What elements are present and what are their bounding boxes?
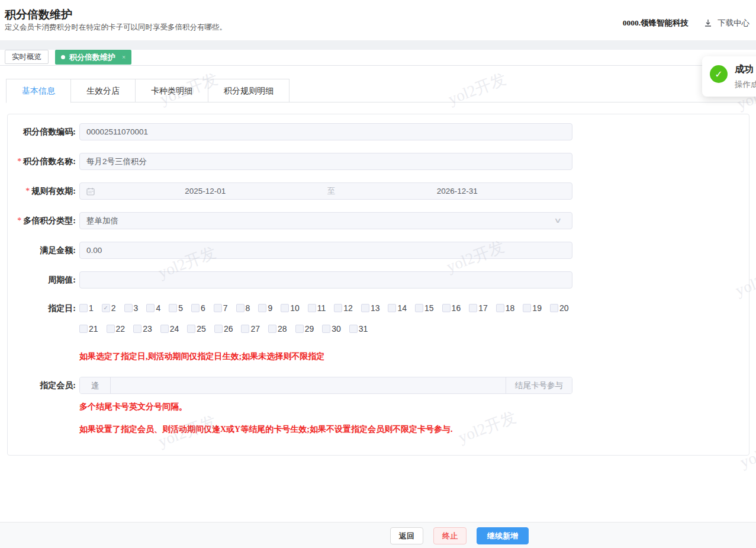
checkbox-icon[interactable] [236, 304, 245, 312]
page-subtitle: 定义会员卡消费积分时在特定的卡子可以同时享受多倍积分有哪些。 [5, 23, 227, 33]
day-checkbox-29[interactable]: 29 [295, 324, 314, 334]
start-date-value[interactable]: 2025-12-01 [97, 183, 314, 199]
member-input-group: 逢 结尾卡号参与 [79, 377, 572, 394]
day-checkbox-8[interactable]: 8 [236, 303, 250, 313]
close-tag-icon[interactable]: × [122, 50, 126, 65]
download-center-label: 下载中心 [718, 18, 749, 28]
day-number-label: 30 [332, 324, 341, 334]
day-checkbox-17[interactable]: 17 [469, 303, 488, 313]
day-checkbox-6[interactable]: 6 [191, 303, 205, 313]
day-checkbox-1[interactable]: 1 [79, 303, 94, 313]
form-tab-3[interactable]: 积分规则明细 [208, 79, 289, 102]
checkbox-icon[interactable] [469, 304, 477, 312]
day-checkbox-5[interactable]: 5 [169, 303, 183, 313]
day-number-label: 23 [143, 324, 152, 334]
form-tab-2[interactable]: 卡种类明细 [136, 79, 208, 102]
cycle-input[interactable] [79, 271, 572, 289]
day-checkbox-25[interactable]: 25 [187, 324, 206, 334]
checkbox-icon[interactable] [442, 304, 451, 312]
form-tab-bar: 基本信息生效分店卡种类明细积分规则明细 [6, 79, 751, 102]
day-checkbox-14[interactable]: 14 [388, 303, 407, 313]
day-checkbox-30[interactable]: 30 [322, 324, 341, 334]
checkbox-icon[interactable] [550, 304, 558, 312]
form-row-amount: 满足金额: 0.00 [8, 242, 749, 259]
checkbox-icon[interactable] [133, 325, 141, 333]
day-checkbox-18[interactable]: 18 [496, 303, 515, 313]
day-checkbox-12[interactable]: 12 [334, 303, 353, 313]
day-number-label: 16 [452, 303, 461, 313]
day-number-label: 24 [170, 324, 179, 334]
date-range-picker[interactable]: 2025-12-01 至 2026-12-31 [79, 182, 572, 200]
checkbox-icon[interactable] [124, 304, 133, 312]
continue-add-button[interactable]: 继续新增 [477, 527, 529, 544]
checkbox-icon[interactable] [281, 304, 289, 312]
day-checkbox-24[interactable]: 24 [160, 324, 179, 334]
day-number-label: 4 [156, 303, 160, 313]
day-checkbox-3[interactable]: 3 [124, 303, 139, 313]
day-number-label: 19 [532, 303, 542, 313]
calendar-icon [86, 187, 95, 196]
day-checkbox-21[interactable]: 21 [79, 324, 98, 334]
date-separator: 至 [314, 183, 349, 199]
checkbox-icon[interactable] [258, 304, 266, 312]
checkbox-icon[interactable] [191, 304, 200, 312]
checkbox-icon[interactable] [107, 325, 115, 333]
day-checkbox-23[interactable]: 23 [133, 324, 152, 334]
day-checkbox-4[interactable]: 4 [146, 303, 160, 313]
checkbox-icon[interactable] [349, 325, 358, 333]
checkbox-icon[interactable] [146, 304, 155, 312]
checkbox-icon[interactable] [308, 304, 316, 312]
type-select[interactable]: 整单加倍 ∨ [79, 212, 572, 229]
checkbox-icon[interactable] [169, 304, 177, 312]
type-label: *多倍积分类型: [8, 212, 76, 229]
day-checkbox-2[interactable]: 2 [102, 303, 116, 313]
form-tab-0[interactable]: 基本信息 [6, 79, 71, 103]
member-input[interactable] [111, 377, 506, 393]
download-center-link[interactable]: 下载中心 [704, 18, 749, 28]
back-button[interactable]: 返回 [390, 527, 423, 544]
day-checkbox-20[interactable]: 20 [550, 303, 569, 313]
day-checkbox-11[interactable]: 11 [308, 303, 326, 313]
day-checkbox-16[interactable]: 16 [442, 303, 461, 313]
day-checkbox-26[interactable]: 26 [214, 324, 233, 334]
day-checkbox-28[interactable]: 28 [268, 324, 287, 334]
checkbox-icon[interactable] [79, 304, 88, 312]
terminate-button[interactable]: 终止 [433, 527, 467, 544]
checkbox-icon[interactable] [295, 325, 304, 333]
checkbox-icon[interactable] [187, 325, 195, 333]
nav-tag-overview[interactable]: 实时概览 [5, 50, 49, 64]
checkbox-icon[interactable] [79, 325, 88, 333]
day-number-label: 22 [116, 324, 126, 334]
day-checkbox-15[interactable]: 15 [415, 303, 434, 313]
checkbox-icon[interactable] [388, 304, 396, 312]
checkbox-icon[interactable] [214, 304, 222, 312]
day-checkbox-9[interactable]: 9 [258, 303, 272, 313]
day-checkbox-22[interactable]: 22 [107, 324, 126, 334]
checkbox-icon[interactable] [361, 304, 369, 312]
form-tab-1[interactable]: 生效分店 [71, 79, 136, 102]
day-number-label: 8 [246, 303, 250, 313]
checkbox-icon[interactable] [334, 304, 342, 312]
checkbox-icon[interactable] [160, 325, 169, 333]
code-input[interactable]: 00002511070001 [79, 123, 572, 140]
checkbox-icon[interactable] [496, 304, 504, 312]
end-date-value[interactable]: 2026-12-31 [349, 183, 566, 199]
checkbox-icon[interactable] [102, 304, 110, 312]
day-checkbox-7[interactable]: 7 [214, 303, 228, 313]
checkbox-icon[interactable] [268, 325, 276, 333]
nav-tag-active[interactable]: 积分倍数维护 × [55, 50, 131, 65]
day-checkbox-13[interactable]: 13 [361, 303, 380, 313]
checkbox-icon[interactable] [322, 325, 330, 333]
day-checkbox-19[interactable]: 19 [523, 303, 542, 313]
amount-input[interactable]: 0.00 [79, 242, 572, 259]
member-suffix-addon: 结尾卡号参与 [506, 377, 572, 393]
name-input[interactable]: 每月2号三倍积分 [79, 153, 572, 170]
day-checkbox-31[interactable]: 31 [349, 324, 368, 334]
form-row-type: *多倍积分类型: 整单加倍 ∨ [8, 212, 749, 229]
day-checkbox-27[interactable]: 27 [241, 324, 260, 334]
day-checkbox-10[interactable]: 10 [281, 303, 300, 313]
checkbox-icon[interactable] [241, 325, 249, 333]
checkbox-icon[interactable] [214, 325, 223, 333]
checkbox-icon[interactable] [523, 304, 531, 312]
checkbox-icon[interactable] [415, 304, 423, 312]
